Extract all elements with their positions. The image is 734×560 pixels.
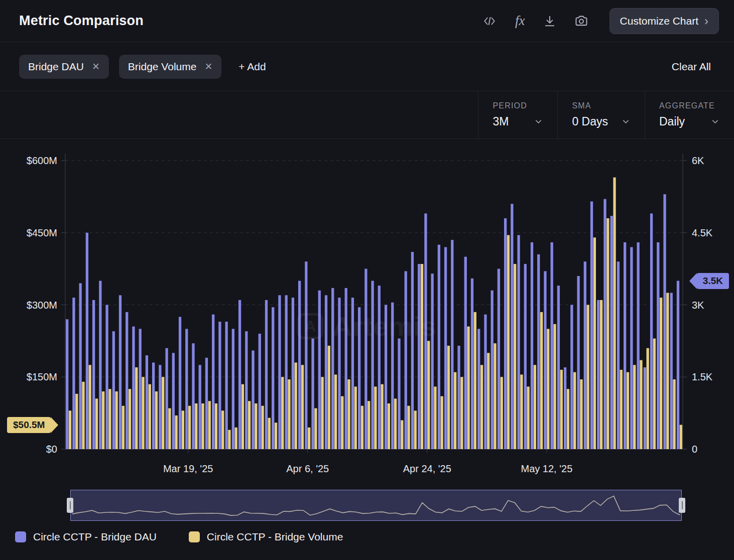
bar-volume bbox=[201, 403, 204, 449]
sma-dropdown[interactable]: SMA 0 Days bbox=[557, 91, 645, 138]
close-icon[interactable]: ✕ bbox=[92, 61, 100, 72]
legend-swatch-purple bbox=[15, 531, 26, 542]
bar-dau bbox=[72, 298, 75, 449]
bar-volume bbox=[480, 365, 483, 449]
legend-item-bridge-dau[interactable]: Circle CCTP - Bridge DAU bbox=[15, 531, 157, 543]
download-button[interactable] bbox=[543, 15, 556, 28]
svg-text:$300M: $300M bbox=[27, 300, 57, 311]
aggregate-dropdown[interactable]: AGGREGATE Daily bbox=[645, 91, 734, 138]
bar-dau bbox=[610, 216, 613, 449]
bar-dau bbox=[112, 331, 115, 449]
bar-dau bbox=[238, 300, 241, 449]
bar-dau bbox=[351, 298, 354, 449]
chip-bridge-volume[interactable]: Bridge Volume ✕ bbox=[119, 55, 222, 79]
bar-dau bbox=[451, 240, 453, 449]
bar-dau bbox=[617, 261, 620, 449]
embed-code-button[interactable] bbox=[482, 15, 497, 28]
bar-volume bbox=[427, 341, 430, 449]
bar-dau bbox=[159, 365, 161, 449]
bar-volume bbox=[142, 377, 144, 449]
bar-volume bbox=[281, 377, 284, 449]
bar-volume bbox=[182, 410, 184, 449]
bar-dau bbox=[637, 242, 639, 449]
bar-dau bbox=[498, 269, 500, 449]
svg-text:6K: 6K bbox=[692, 155, 704, 166]
svg-text:Apr 24, '25: Apr 24, '25 bbox=[403, 463, 451, 474]
bar-volume bbox=[188, 406, 191, 449]
svg-text:$150M: $150M bbox=[27, 371, 57, 382]
legend-item-bridge-volume[interactable]: Circle CCTP - Bridge Volume bbox=[189, 531, 343, 543]
period-dropdown[interactable]: PERIOD 3M bbox=[478, 91, 557, 138]
bar-volume bbox=[421, 264, 423, 449]
nav-brush-selection[interactable] bbox=[70, 490, 682, 521]
chevron-down-icon bbox=[534, 117, 543, 126]
svg-text:$450M: $450M bbox=[27, 227, 57, 238]
bar-volume bbox=[328, 346, 330, 449]
period-label: PERIOD bbox=[493, 101, 543, 110]
chevron-down-icon bbox=[621, 117, 631, 126]
comparison-chart[interactable]: $00$150M1.5K$300M3K$450M4.5K$600M6KMar 1… bbox=[0, 139, 734, 483]
close-icon[interactable]: ✕ bbox=[204, 61, 212, 72]
bar-volume bbox=[467, 327, 469, 449]
bar-dau bbox=[311, 339, 314, 449]
bar-volume bbox=[82, 382, 84, 449]
bar-dau bbox=[371, 281, 374, 449]
bar-dau bbox=[172, 353, 175, 449]
legend-label: Circle CCTP - Bridge DAU bbox=[33, 531, 157, 543]
legend: Circle CCTP - Bridge DAU Circle CCTP - B… bbox=[0, 521, 734, 543]
bar-dau bbox=[358, 307, 360, 449]
bar-dau bbox=[285, 295, 288, 449]
bar-volume bbox=[520, 374, 523, 449]
bar-volume bbox=[388, 403, 390, 449]
bar-volume bbox=[135, 367, 138, 449]
bar-volume bbox=[334, 374, 337, 449]
bar-volume bbox=[95, 398, 98, 449]
bar-volume bbox=[261, 406, 264, 449]
bar-volume bbox=[673, 379, 675, 449]
sma-label: SMA bbox=[572, 101, 631, 110]
bar-dau bbox=[378, 286, 381, 449]
bar-volume bbox=[460, 377, 463, 449]
customize-chart-button[interactable]: Customize Chart › bbox=[609, 8, 719, 34]
bar-dau bbox=[325, 295, 327, 449]
bar-dau bbox=[391, 303, 394, 449]
customize-chart-label: Customize Chart bbox=[620, 15, 698, 27]
bar-dau bbox=[650, 213, 653, 449]
bar-dau bbox=[531, 242, 533, 449]
bar-dau bbox=[305, 261, 307, 449]
svg-text:0: 0 bbox=[692, 444, 697, 455]
bar-volume bbox=[593, 237, 596, 449]
bar-dau bbox=[192, 343, 194, 449]
svg-text:May 12, '25: May 12, '25 bbox=[521, 463, 572, 474]
bar-volume bbox=[680, 425, 682, 449]
legend-label: Circle CCTP - Bridge Volume bbox=[207, 531, 343, 543]
bar-volume bbox=[168, 408, 171, 449]
formula-button[interactable]: fx bbox=[515, 13, 525, 29]
bar-dau bbox=[590, 201, 593, 449]
bar-dau bbox=[139, 329, 142, 449]
bar-volume bbox=[301, 365, 304, 449]
aggregate-value: Daily bbox=[659, 115, 685, 128]
chip-bridge-dau[interactable]: Bridge DAU ✕ bbox=[19, 55, 109, 79]
bar-dau bbox=[212, 315, 214, 449]
bar-volume bbox=[208, 401, 211, 449]
bar-volume bbox=[474, 312, 476, 449]
svg-text:$600M: $600M bbox=[27, 155, 57, 166]
bar-dau bbox=[92, 300, 95, 449]
nav-left-handle[interactable] bbox=[67, 498, 73, 513]
screenshot-button[interactable] bbox=[574, 14, 588, 28]
bar-dau bbox=[444, 247, 447, 450]
bar-dau bbox=[577, 276, 579, 449]
bar-volume bbox=[666, 293, 669, 449]
bar-volume bbox=[368, 401, 370, 449]
add-metric-button[interactable]: + Add bbox=[235, 60, 269, 73]
bar-volume bbox=[573, 372, 576, 449]
nav-right-handle[interactable] bbox=[679, 498, 685, 513]
bar-dau bbox=[232, 329, 234, 449]
download-icon bbox=[543, 15, 556, 28]
clear-all-button[interactable]: Clear All bbox=[669, 60, 714, 73]
svg-text:1.5K: 1.5K bbox=[692, 371, 713, 382]
period-value: 3M bbox=[493, 115, 509, 128]
bar-dau bbox=[584, 261, 586, 449]
bar-dau bbox=[537, 254, 540, 449]
